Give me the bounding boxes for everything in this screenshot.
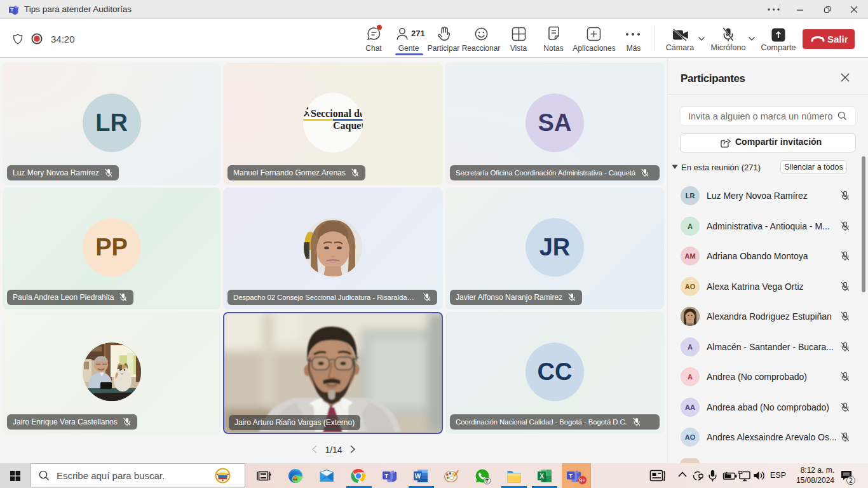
svg-text:Seccional de: Seccional de — [311, 108, 363, 119]
svg-text:X: X — [539, 473, 544, 480]
svg-text:T: T — [10, 7, 13, 13]
svg-text:T: T — [569, 472, 573, 479]
svg-text:W: W — [415, 473, 421, 480]
svg-text:T: T — [384, 472, 388, 479]
svg-text:Caquetá: Caquetá — [333, 120, 363, 132]
svg-text:7: 7 — [485, 477, 489, 484]
